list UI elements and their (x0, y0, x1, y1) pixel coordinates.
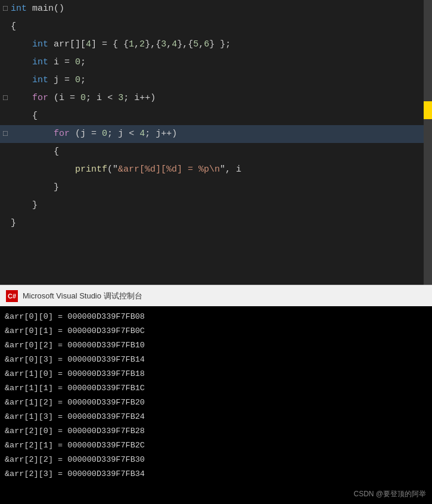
console-line-7: &arr[1][2] = 000000D339F7FB20 (5, 396, 427, 410)
console-line-1: &arr[0][0] = 000000D339F7FB08 (5, 310, 427, 324)
console-line-11: &arr[2][2] = 000000D339F7FB30 (5, 453, 427, 467)
code-line-3: int arr[][4] = { {1,2},{3,4},{5,6} }; (0, 36, 432, 54)
code-text-4: int i = 0; (11, 54, 86, 71)
line-marker-8[interactable]: □ (0, 125, 11, 143)
console-icon-text: C# (8, 293, 16, 300)
console-line-10: &arr[2][1] = 000000D339F7FB2C (5, 438, 427, 453)
code-line-9: { (0, 143, 432, 161)
line-marker-1[interactable]: □ (0, 0, 11, 18)
code-text-13: } (11, 214, 16, 232)
code-text-7: { (11, 107, 38, 125)
console-line-4: &arr[0][3] = 000000D339F7FB14 (5, 353, 427, 367)
code-line-12: } (0, 197, 432, 214)
code-text-10: printf("&arr[%d][%d] = %p\n", i (11, 161, 241, 179)
console-line-8: &arr[1][3] = 000000D339F7FB24 (5, 410, 427, 424)
console-icon: C# (6, 290, 18, 302)
code-text-5: int j = 0; (11, 71, 86, 89)
code-line-1: □int main() (0, 0, 432, 18)
code-text-3: int arr[][4] = { {1,2},{3,4},{5,6} }; (11, 36, 231, 54)
console-section: C# Microsoft Visual Studio 调试控制台 &arr[0]… (0, 285, 432, 504)
console-line-9: &arr[2][0] = 000000D339F7FB28 (5, 424, 427, 438)
console-line-2: &arr[0][1] = 000000D339F7FB0C (5, 324, 427, 338)
scroll-thumb[interactable] (424, 101, 432, 119)
console-output: &arr[0][0] = 000000D339F7FB08&arr[0][1] … (0, 306, 432, 504)
code-text-11: } (11, 179, 59, 197)
console-header: C# Microsoft Visual Studio 调试控制台 (0, 285, 432, 306)
console-line-12: &arr[2][3] = 000000D339F7FB34 (5, 467, 427, 481)
code-line-7: { (0, 107, 432, 125)
code-text-2: { (11, 18, 16, 36)
line-marker-6[interactable]: □ (0, 89, 11, 107)
console-line-6: &arr[1][1] = 000000D339F7FB1C (5, 381, 427, 396)
code-line-11: } (0, 179, 432, 197)
code-line-4: int i = 0; (0, 54, 432, 71)
console-title: Microsoft Visual Studio 调试控制台 (23, 291, 142, 301)
watermark: CSDN @要登顶的阿举 (353, 489, 426, 499)
code-line-10: printf("&arr[%d][%d] = %p\n", i (0, 161, 432, 179)
scrollbar[interactable] (424, 0, 432, 285)
code-line-5: int j = 0; (0, 71, 432, 89)
code-text-9: { (11, 143, 59, 161)
code-line-2: { (0, 18, 432, 36)
code-text-8: for (j = 0; j < 4; j++) (11, 125, 177, 143)
code-content: □int main() { int arr[][4] = { {1,2},{3,… (0, 0, 432, 232)
code-editor: □int main() { int arr[][4] = { {1,2},{3,… (0, 0, 432, 285)
code-text-12: } (11, 197, 38, 214)
code-line-6: □ for (i = 0; i < 3; i++) (0, 89, 432, 107)
console-line-3: &arr[0][2] = 000000D339F7FB10 (5, 338, 427, 353)
code-text-6: for (i = 0; i < 3; i++) (11, 89, 156, 107)
code-line-8: □ for (j = 0; j < 4; j++) (0, 125, 432, 143)
code-text-1: int main() (11, 0, 64, 18)
code-line-13: } (0, 214, 432, 232)
console-line-5: &arr[1][0] = 000000D339F7FB18 (5, 367, 427, 381)
